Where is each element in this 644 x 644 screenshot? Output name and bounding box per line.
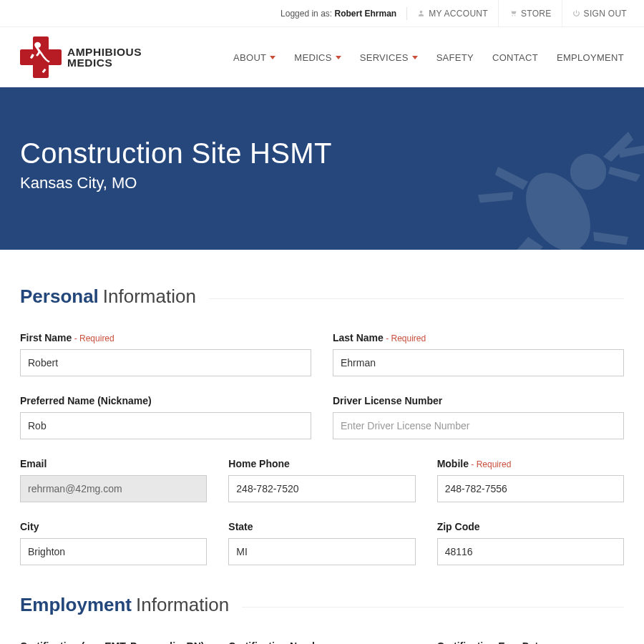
- logged-in-label: Logged in as:: [280, 9, 334, 19]
- form-content: Personal Information First Name - Requir…: [0, 250, 644, 644]
- mobile-input[interactable]: [437, 475, 624, 502]
- svg-point-4: [570, 154, 606, 190]
- gecko-icon: [20, 36, 62, 78]
- svg-point-1: [512, 15, 512, 16]
- primary-nav: ABOUT MEDICS SERVICES SAFETY CONTACT EMP…: [233, 52, 624, 63]
- decorative-gecko-icon: [458, 102, 644, 250]
- logo-text-1: AMPHIBIOUS: [67, 47, 142, 58]
- logged-in-text: Logged in as: Robert Ehrman: [270, 9, 406, 19]
- state-label: State: [228, 521, 415, 532]
- store-label: STORE: [521, 9, 552, 19]
- nav-employment[interactable]: EMPLOYMENT: [557, 52, 624, 63]
- last-name-input[interactable]: [333, 349, 624, 376]
- state-input[interactable]: [228, 538, 415, 565]
- sign-out-label: SIGN OUT: [584, 9, 627, 19]
- first-name-label: First Name - Required: [20, 332, 311, 343]
- nav-medics[interactable]: MEDICS: [294, 52, 341, 63]
- cert-number-label: Certification Number: [228, 640, 415, 644]
- logo-text: AMPHIBIOUS MEDICS: [67, 47, 142, 69]
- my-account-label: MY ACCOUNT: [429, 9, 488, 19]
- home-phone-input[interactable]: [228, 475, 415, 502]
- sign-out-link[interactable]: SIGN OUT: [562, 0, 637, 27]
- city-input[interactable]: [20, 538, 207, 565]
- certification-label: Certification (e.g. EMT, Paramedic, RN): [20, 640, 207, 644]
- logo[interactable]: AMPHIBIOUS MEDICS: [20, 36, 142, 78]
- zip-input[interactable]: [437, 538, 624, 565]
- email-input: [20, 475, 207, 502]
- nav-safety[interactable]: SAFETY: [436, 52, 474, 63]
- mobile-label: Mobile - Required: [437, 458, 624, 469]
- nav-contact[interactable]: CONTACT: [492, 52, 538, 63]
- cart-icon: [509, 9, 517, 17]
- personal-info-heading: Personal Information: [20, 286, 624, 308]
- chevron-down-icon: [336, 56, 341, 59]
- last-name-label: Last Name - Required: [333, 332, 624, 343]
- city-label: City: [20, 521, 207, 532]
- svg-point-2: [514, 15, 515, 16]
- my-account-link[interactable]: MY ACCOUNT: [407, 0, 498, 27]
- zip-label: Zip Code: [437, 521, 624, 532]
- preferred-name-label: Preferred Name (Nickname): [20, 395, 311, 406]
- nav-services[interactable]: SERVICES: [360, 52, 418, 63]
- svg-point-0: [420, 11, 423, 14]
- preferred-name-input[interactable]: [20, 412, 311, 439]
- home-phone-label: Home Phone: [228, 458, 415, 469]
- logged-in-username: Robert Ehrman: [334, 9, 396, 19]
- store-link[interactable]: STORE: [498, 0, 562, 27]
- hero-banner: Construction Site HSMT Kansas City, MO: [0, 87, 644, 250]
- nav-about[interactable]: ABOUT: [233, 52, 275, 63]
- driver-license-input[interactable]: [333, 412, 624, 439]
- driver-license-label: Driver License Number: [333, 395, 624, 406]
- user-icon: [417, 9, 425, 17]
- logo-text-2: MEDICS: [67, 57, 142, 69]
- employment-info-heading: Employment Information: [20, 594, 624, 616]
- cert-exp-label: Certification Exp. Date: [437, 640, 624, 644]
- power-icon: [572, 9, 580, 17]
- first-name-input[interactable]: [20, 349, 311, 376]
- top-utility-bar: Logged in as: Robert Ehrman MY ACCOUNT S…: [0, 0, 644, 27]
- chevron-down-icon: [412, 56, 418, 59]
- main-navbar: AMPHIBIOUS MEDICS ABOUT MEDICS SERVICES …: [0, 27, 644, 87]
- email-label: Email: [20, 458, 207, 469]
- logo-mark: [20, 36, 62, 78]
- chevron-down-icon: [270, 56, 275, 59]
